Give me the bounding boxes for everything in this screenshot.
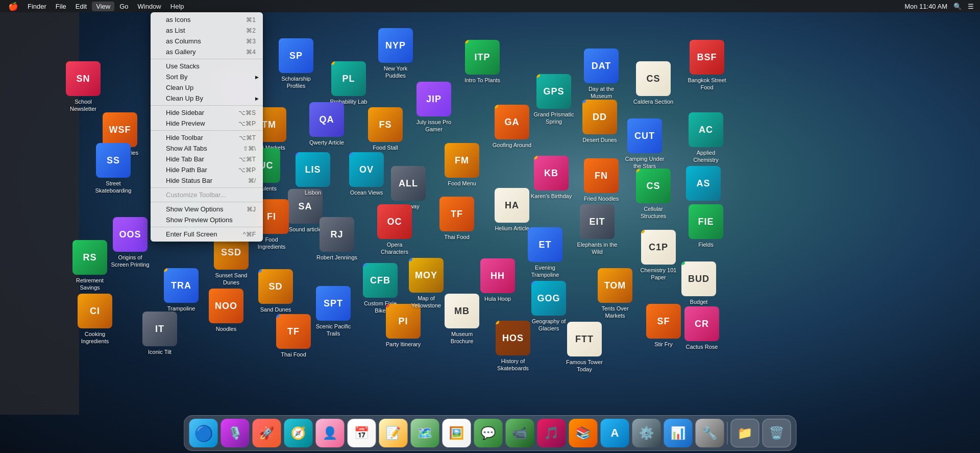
dock-appstore[interactable]: A xyxy=(601,419,629,447)
hide-preview-shortcut: ⌥⌘P xyxy=(238,120,256,127)
icon-opera-characters[interactable]: OCOpera Characters xyxy=(372,202,418,258)
hide-preview-item[interactable]: Hide Preview ⌥⌘P xyxy=(151,118,263,129)
dock-photos[interactable]: 🖼️ xyxy=(443,419,471,447)
icon-iconic-tilt[interactable]: ITIconic Tilt xyxy=(137,309,183,357)
dock-downloads[interactable]: 📁 xyxy=(731,419,760,447)
sort-by-item[interactable]: Sort By xyxy=(151,71,263,82)
show-preview-options-item[interactable]: Show Preview Options xyxy=(151,214,263,225)
control-center-icon[interactable]: ☰ xyxy=(968,3,974,10)
edit-menu[interactable]: Edit xyxy=(71,2,91,11)
icon-evening-trampoline[interactable]: ETEvening Trampoline xyxy=(522,225,568,281)
icon-school-newsletter[interactable]: SNSchool Newsletter xyxy=(60,59,106,115)
dock-facetime[interactable]: 📹 xyxy=(506,419,534,447)
apple-menu[interactable]: 🍎 xyxy=(4,1,22,12)
icon-label-caldera-section: Caldera Section xyxy=(633,98,673,105)
as-gallery-item[interactable]: as Gallery ⌘4 xyxy=(151,46,263,57)
icon-lisbon[interactable]: LISLisbon xyxy=(290,150,336,198)
hide-status-bar-item[interactable]: Hide Status Bar ⌘/ xyxy=(151,175,263,186)
use-stacks-item[interactable]: Use Stacks xyxy=(151,61,263,71)
window-menu[interactable]: Window xyxy=(134,2,165,11)
dock-calendar[interactable]: 📅 xyxy=(348,419,376,447)
as-icons-item[interactable]: as Icons ⌘1 xyxy=(151,14,263,25)
view-menu[interactable]: View xyxy=(92,2,114,11)
icon-scenic-pacific-trails[interactable]: SPTScenic Pacific Trails xyxy=(310,284,356,340)
dock-xcodetools[interactable]: 🔧 xyxy=(696,419,724,447)
hide-toolbar-item[interactable]: Hide Toolbar ⌥⌘T xyxy=(151,132,263,143)
icon-karen-birthday[interactable]: KBKaren's Birthday xyxy=(528,154,574,202)
clean-up-by-item[interactable]: Clean Up By xyxy=(151,93,263,104)
icon-robert-jennings[interactable]: RJRobert Jennings xyxy=(314,215,360,263)
show-all-tabs-shortcut: ⇧⌘\ xyxy=(243,145,256,152)
dock-maps[interactable]: 🗺️ xyxy=(411,419,439,447)
finder-menu[interactable]: Finder xyxy=(23,2,51,11)
show-all-tabs-item[interactable]: Show All Tabs ⇧⌘\ xyxy=(151,143,263,154)
clean-up-item[interactable]: Clean Up xyxy=(151,82,263,93)
as-columns-item[interactable]: as Columns ⌘3 xyxy=(151,36,263,46)
dock-trash[interactable]: 🗑️ xyxy=(763,419,791,447)
dock-music[interactable]: 🎵 xyxy=(537,419,566,447)
icon-qwerty-article[interactable]: QAQwerty Article xyxy=(304,100,350,148)
enter-full-screen-item[interactable]: Enter Full Screen ^⌘F xyxy=(151,229,263,240)
icon-thai-food-3[interactable]: TFThai Food xyxy=(271,312,316,360)
icon-food-stall[interactable]: FSFood Stall xyxy=(362,105,408,153)
dock-keynote[interactable]: 📊 xyxy=(664,419,693,447)
file-menu[interactable]: File xyxy=(52,2,70,11)
dock-contacts[interactable]: 👤 xyxy=(316,419,345,447)
icon-museum-brochure[interactable]: MBMuseum Brochure xyxy=(439,292,485,347)
icon-caldera-section[interactable]: CSCaldera Section xyxy=(630,59,676,107)
icon-thai-food-2[interactable]: TFThai Food xyxy=(434,195,480,243)
icon-ocean-views[interactable]: OVOcean Views xyxy=(344,150,389,198)
dock-safari[interactable]: 🧭 xyxy=(284,419,313,447)
icon-thumb-cactus-rose: CR xyxy=(684,306,719,341)
icon-noodles[interactable]: NOONoodles xyxy=(203,287,249,335)
show-view-options-item[interactable]: Show View Options ⌘J xyxy=(151,204,263,214)
icon-chemistry-101[interactable]: C1PChemistry 101 Paper xyxy=(635,228,681,283)
icon-desert-dunes[interactable]: DDDesert Dunes xyxy=(577,98,623,146)
icon-cooking-ingredients[interactable]: CICooking Ingredients xyxy=(72,292,118,347)
icon-bangkok-street-food[interactable]: BSFBangkok Street Food xyxy=(684,38,730,93)
hide-path-bar-item[interactable]: Hide Path Bar ⌥⌘P xyxy=(151,164,263,175)
menubar-right: Mon 11:40 AM 🔍 ☰ xyxy=(904,3,980,10)
dock-launchpad[interactable]: 🚀 xyxy=(253,419,281,447)
icon-tents-over-markets[interactable]: TOMTents Over Markets xyxy=(592,266,638,322)
dock-systemprefs[interactable]: ⚙️ xyxy=(632,419,661,447)
dock-siri[interactable]: 🎙️ xyxy=(221,419,250,447)
icon-camping-under-stars[interactable]: CUTCamping Under the Stars xyxy=(622,116,668,172)
systemprefs-icon: ⚙️ xyxy=(639,426,654,440)
icon-trampoline[interactable]: TRATrampoline xyxy=(158,266,204,314)
icon-label-intro-to-plants: Intro To Plants xyxy=(464,77,500,84)
icon-street-skateboarding[interactable]: SSStreet Skateboarding xyxy=(90,141,136,197)
dock: 🔵 🎙️ 🚀 🧭 👤 📅 📝 🗺️ 🖼️ 💬 📹 🎵 📚 A ⚙️ 📊 xyxy=(184,415,797,451)
icon-intro-to-plants[interactable]: ITPIntro To Plants xyxy=(459,38,505,86)
icon-elephants-wild[interactable]: EITElephants in the Wild xyxy=(574,202,620,258)
icon-history-of-skateboards[interactable]: HOSHistory of Skateboards xyxy=(490,319,536,374)
icon-food-menu[interactable]: FMFood Menu xyxy=(439,141,485,189)
icon-sand-dunes[interactable]: SDSand Dunes xyxy=(253,267,299,315)
dock-messages[interactable]: 💬 xyxy=(474,419,503,447)
go-menu[interactable]: Go xyxy=(115,2,132,11)
icon-july-issue-pro-gamer[interactable]: JIPJuly issue Pro Gamer xyxy=(411,80,457,135)
as-list-item[interactable]: as List ⌘2 xyxy=(151,25,263,36)
icon-cellular-structures[interactable]: CSCellular Structures xyxy=(630,166,676,222)
hide-tab-bar-item[interactable]: Hide Tab Bar ⌥⌘T xyxy=(151,154,263,164)
dock-books[interactable]: 📚 xyxy=(569,419,598,447)
icon-new-york-puddles[interactable]: NYPNew York Puddles xyxy=(373,26,419,82)
icon-cactus-rose[interactable]: CRCactus Rose xyxy=(679,304,725,352)
hide-sidebar-item[interactable]: Hide Sidebar ⌥⌘S xyxy=(151,107,263,118)
icon-famous-tower-today[interactable]: FTTFamous Tower Today xyxy=(561,320,607,375)
help-menu[interactable]: Help xyxy=(166,2,188,11)
icon-retirement-savings[interactable]: RSRetirement Savings xyxy=(67,238,113,294)
icon-fields[interactable]: FIEFields xyxy=(683,202,729,250)
icon-budget[interactable]: BUDBudget xyxy=(676,259,722,307)
icon-day-at-museum[interactable]: DATDay at the Museum xyxy=(578,46,624,102)
icon-goofing-around[interactable]: GAGoofing Around xyxy=(489,103,535,151)
icon-applied-chemistry[interactable]: ACApplied Chemistry xyxy=(683,110,729,166)
icon-origins-screen-printing[interactable]: OOSOrigins of Screen Printing xyxy=(107,215,153,271)
dock-notes[interactable]: 📝 xyxy=(379,419,408,447)
icon-fried-noodles[interactable]: FNFried Noodles xyxy=(578,156,624,204)
photos-icon: 🖼️ xyxy=(449,426,464,440)
dock-finder[interactable]: 🔵 xyxy=(189,419,218,447)
search-icon[interactable]: 🔍 xyxy=(953,3,962,10)
icon-scholarship-profiles[interactable]: SPScholarship Profiles xyxy=(273,36,319,92)
icon-grand-prismatic-spring[interactable]: GPSGrand Prismatic Spring xyxy=(531,72,577,128)
